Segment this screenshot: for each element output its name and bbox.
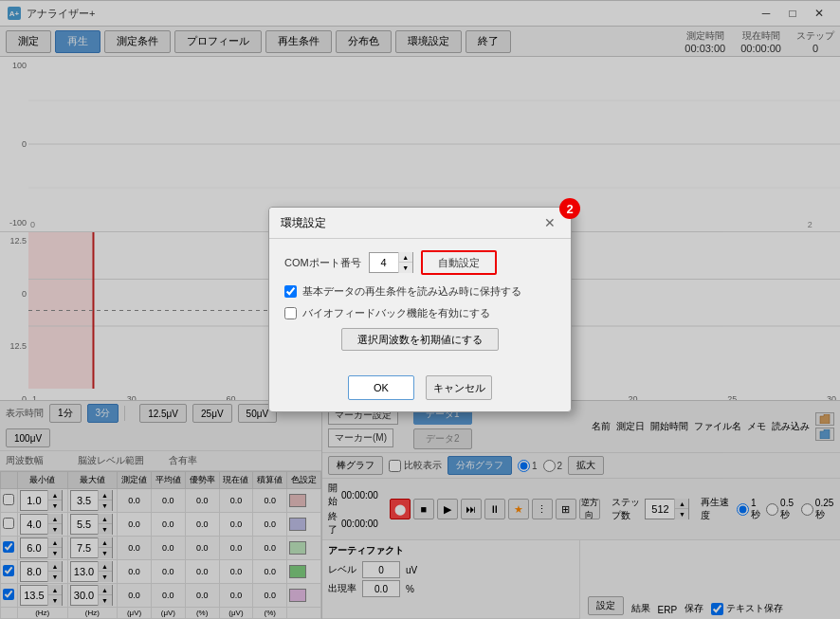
checkbox1[interactable]	[284, 285, 297, 298]
com-port-down[interactable]: ▼	[399, 263, 412, 273]
checkbox1-label: 基本データの再生条件を読み込み時に保持する	[302, 284, 521, 299]
modal-body: COMポート番号 ▲ ▼ 自動設定 基本データの再生条件を読み込み時に保持する …	[269, 239, 571, 368]
com-port-label: COMポート番号	[284, 256, 361, 270]
modal-cancel-btn[interactable]: キャンセル	[426, 375, 492, 400]
modal-footer: OK キャンセル	[269, 368, 571, 411]
checkbox2-row: バイオフィードバック機能を有効にする	[284, 306, 556, 320]
checkbox2-label: バイオフィードバック機能を有効にする	[302, 306, 490, 320]
modal-title-bar: 環境設定 ✕ 2	[269, 208, 571, 239]
auto-set-btn[interactable]: 自動設定	[421, 250, 497, 275]
checkbox1-row: 基本データの再生条件を読み込み時に保持する	[284, 284, 556, 299]
modal-overlay: 環境設定 ✕ 2 COMポート番号 ▲ ▼ 自動設定 基本データの再生条件を読み…	[0, 0, 840, 619]
com-port-up[interactable]: ▲	[399, 252, 412, 263]
checkbox2[interactable]	[284, 307, 297, 319]
modal-badge: 2	[559, 198, 580, 219]
modal-close-btn[interactable]: ✕	[540, 213, 559, 232]
com-port-spinner[interactable]: ▲ ▼	[369, 252, 413, 273]
modal-title-text: 環境設定	[281, 215, 326, 231]
com-port-row: COMポート番号 ▲ ▼ 自動設定	[284, 250, 556, 275]
env-settings-modal: 環境設定 ✕ 2 COMポート番号 ▲ ▼ 自動設定 基本データの再生条件を読み…	[268, 207, 572, 412]
reset-freq-btn[interactable]: 選択周波数を初期値にする	[341, 328, 499, 351]
com-port-input[interactable]	[370, 257, 398, 268]
modal-ok-btn[interactable]: OK	[348, 375, 414, 400]
